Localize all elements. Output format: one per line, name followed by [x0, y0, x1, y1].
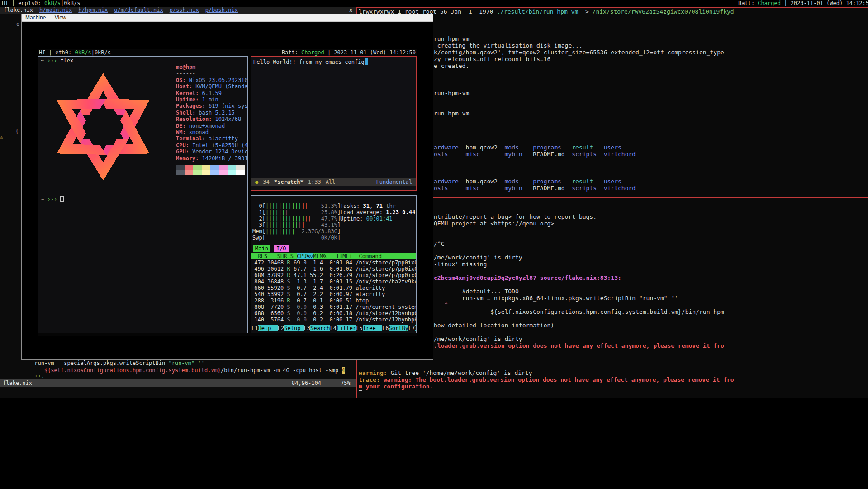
text-segment: R — [287, 297, 290, 304]
neofetch-value: 1 min — [199, 96, 218, 103]
text-segment: virtchord — [604, 151, 636, 158]
close-icon[interactable]: x — [349, 7, 352, 14]
text-segment: warning: — [359, 369, 387, 376]
neofetch-line: Shell:bash 5.2.15 — [176, 110, 248, 116]
text-segment: osts — [434, 185, 465, 192]
text-segment — [194, 360, 198, 366]
buffer-tab[interactable]: p/bash.nix — [205, 7, 238, 14]
htop-tabs: MainI/O — [253, 245, 289, 252]
text-line: trace: warning: The boot.loader.grub.ver… — [359, 376, 868, 383]
vm-htop[interactable]: 0[||||||||||||| 51.3%] 1[||||||| 25.8%] … — [251, 195, 417, 333]
text-segment: 0.7 0.1 0:00.51 — [290, 297, 356, 304]
neofetch-value: alacritty — [205, 135, 238, 142]
text-segment: scripts — [572, 185, 603, 192]
vm-terminal[interactable]: ~ ››› flex — [38, 56, 248, 333]
text-line: /^C — [359, 240, 868, 247]
text-segment: 25.8% — [321, 209, 337, 216]
function-key-button[interactable]: F1Help — [251, 325, 278, 331]
function-key-button[interactable]: F7Nice — [408, 325, 416, 331]
text-segment: run-hpm-vm — [434, 90, 469, 96]
text-segment: |||||||||| — [266, 222, 298, 228]
menu-machine[interactable]: Machine — [25, 14, 46, 21]
text-segment: virtchord — [604, 185, 636, 192]
terminal-color-palette — [176, 165, 248, 175]
text-line: 540 53992 S 0.7 2.2 0:00.97 alacritty — [251, 291, 416, 297]
host-label: HI — [2, 0, 8, 6]
text-line — [359, 103, 868, 110]
buffer-tab[interactable]: h/hpm.nix — [78, 7, 108, 14]
neofetch-value: Intel i5-8250U (4) — [189, 142, 248, 149]
buffer-tab[interactable]: h/main.nix — [39, 7, 72, 14]
text-line — [359, 390, 868, 397]
menu-view[interactable]: View — [55, 14, 66, 21]
shell-prompt[interactable]: ~ ››› — [41, 196, 64, 203]
text-line: QEMU project at <https://qemu.org>. — [359, 220, 868, 227]
text-segment: README.md — [533, 185, 572, 192]
text-segment: ardware — [434, 144, 465, 151]
emacs-buffer-text[interactable]: Hello World!! from my emacs config — [253, 58, 368, 66]
text-segment: '' — [198, 360, 204, 366]
text-segment: MEM% TIME+ Command — [313, 253, 382, 259]
text-line: 808 7720 S 0.0 0.3 0:01.17 /run/current-… — [251, 304, 416, 310]
function-key-button[interactable]: F4Filter — [330, 325, 356, 331]
text-line: k/config/hpm.qcow2', fmt=qcow2 cluster_s… — [359, 49, 868, 56]
text-line: osts misc mybin README.md scripts virtch… — [359, 185, 868, 192]
tab-main[interactable]: Main — [253, 245, 270, 252]
text-segment: RES SHR S — [251, 253, 297, 259]
text-segment: ^ — [444, 302, 448, 308]
vm-screen[interactable]: HI | eth0: 0kB/s|0kB/s Batt: Charged | 2… — [38, 49, 417, 336]
process-table-rows[interactable]: 472 30468 R 69.0 1.4 0:01.04 /nix/store/… — [251, 259, 416, 323]
tab-io[interactable]: I/O — [274, 245, 289, 252]
text-segment — [359, 390, 362, 396]
text-line: ^ — [359, 302, 868, 308]
process-table-header[interactable]: RES SHR S CPU%▽MEM% TIME+ Command — [251, 253, 416, 259]
text-segment: run-hpm-vm — [434, 35, 469, 42]
text-line — [176, 165, 248, 170]
function-key-button[interactable]: F6SortBy — [382, 325, 408, 331]
neofetch-value: xmonad — [186, 129, 209, 135]
neofetch-line: Uptime:1 min — [176, 96, 248, 103]
buffer-tab[interactable]: p/ssh.nix — [170, 7, 199, 14]
text-segment: 0.0 — [294, 316, 307, 323]
text-line: 3[|||||||||||| 43.1%] — [252, 222, 341, 228]
function-key-button[interactable]: F5Tree — [356, 325, 382, 331]
text-segment: 43.1% — [321, 222, 337, 228]
text-line — [359, 171, 868, 178]
modified-indicator: ● — [255, 178, 258, 186]
buffer-tab[interactable]: u/m/default.nix — [114, 7, 163, 14]
text-segment: /me/work/config' is dirty — [434, 254, 522, 261]
text-segment: /nix/store/p7pp0ix0wr7g — [356, 266, 416, 272]
prompt-path: ~ — [41, 196, 44, 202]
function-key-button[interactable]: F2Setup — [278, 325, 304, 331]
terminal-top[interactable]: lrwxrwxrwx 1 root root 56 Jan 1 1970 ./r… — [357, 7, 868, 198]
text-line: c2bcsm4xmj0vd0capi9q2yc0yzl87-source/fla… — [359, 274, 868, 281]
function-key-button[interactable]: F3Search — [304, 325, 330, 331]
neofetch-line: WM:xmonad — [176, 129, 248, 135]
text-line: 804 36848 S 1.3 1.7 0:01.15 /nix/store/h… — [251, 278, 416, 285]
text-segment — [193, 165, 202, 170]
text-segment: || — [305, 216, 311, 222]
text-line: run-vm = specialArgs.pkgs.writeScriptBin… — [2, 360, 345, 367]
buffer-tab[interactable]: flake.nix — [4, 7, 33, 14]
neofetch-label: Host: — [176, 83, 192, 90]
text-line: ${self.nixosConfigurations.hpm.config.sy… — [359, 308, 868, 315]
text-segment — [202, 165, 210, 170]
neofetch-label: Packages: — [176, 103, 205, 109]
text-line: zy_refcounts=off refcount_bits=16 — [359, 56, 868, 62]
vm-emacs[interactable]: Hello World!! from my emacs config ● 34 … — [251, 56, 417, 191]
function-key: F4 — [330, 325, 336, 331]
text-segment: 0K/0K — [321, 235, 337, 241]
text-segment: ] — [337, 228, 341, 235]
neofetch-line: Packages:619 (nix-syste — [176, 103, 248, 109]
text-segment — [290, 310, 294, 316]
function-key-label: Nice — [415, 325, 416, 331]
qemu-window[interactable]: Machine View HI | eth0: 0kB/s|0kB/s Batt… — [21, 14, 433, 360]
neofetch-line: CPU:Intel i5-8250U (4) — [176, 142, 248, 149]
text-line — [359, 124, 868, 130]
editor-code[interactable]: run-vm = specialArgs.pkgs.writeScriptBin… — [2, 360, 345, 381]
buffer-name: *scratch* — [274, 178, 304, 186]
net-down-value: 0kB/s — [44, 0, 61, 6]
terminal-bottom[interactable]: ntribute/report-a-bug> for how to report… — [357, 198, 868, 398]
text-line: 688 6560 S 0.0 0.2 0:00.18 /nix/store/12… — [251, 310, 416, 316]
cpu-memory-meters: 0[||||||||||||| 51.3%] 1[||||||| 25.8%] … — [252, 203, 341, 241]
